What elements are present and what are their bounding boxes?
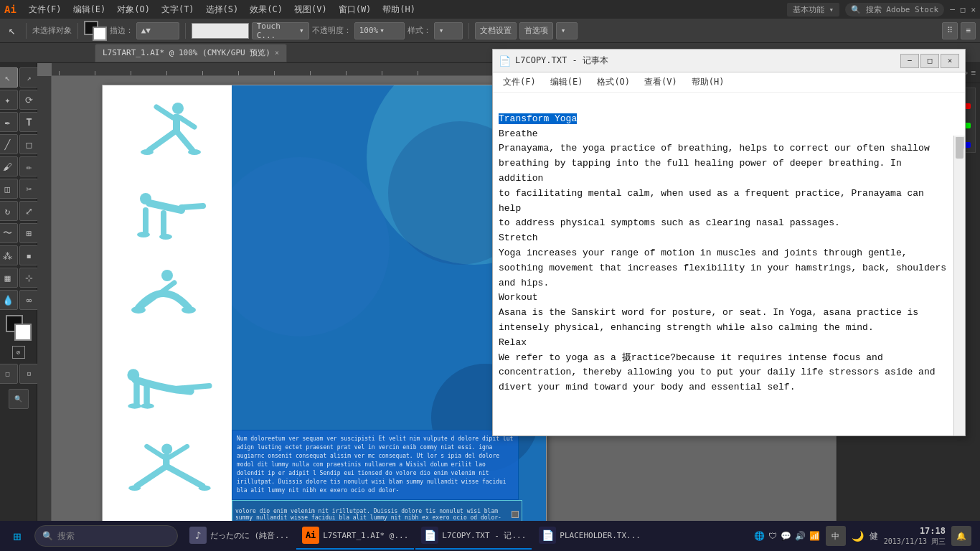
free-transform-tool[interactable]: ⊞ [19,223,39,243]
tray-ime-badge[interactable]: 中 [826,526,846,546]
notepad-close-btn[interactable]: × [941,54,959,68]
np-menu-format[interactable]: 格式(O) [591,74,636,90]
rotate-tool[interactable]: ↻ [0,201,18,221]
doc-settings-btn[interactable]: 文档设置 [475,22,517,39]
paintbrush-tool[interactable]: 🖌 [0,156,18,176]
svg-point-13 [137,232,150,237]
music-app-icon: ♪ [189,527,207,544]
menu-file[interactable]: 文件(F) [24,2,67,17]
taskbar-app-music[interactable]: ♪ だったのに (純音... [184,522,295,550]
taskbar-search-box[interactable]: 🔍 搜索 [34,525,178,547]
pencil-tool[interactable]: ✏ [19,156,39,176]
selection-arrow-icon: ↖ [4,22,20,39]
taskbar-app-placeholder[interactable]: 📄 PLACEHOLDER.TX... [533,522,646,550]
panels-menu[interactable]: ≡ [971,68,976,77]
extra-btn[interactable]: ≡ [961,22,976,39]
menu-window[interactable]: 窗口(W) [334,2,377,17]
none-swatch[interactable]: ⊘ [12,346,25,359]
direct-select-tool[interactable]: ↗ [19,67,39,88]
blend-tool[interactable]: ∞ [19,290,39,310]
artboard-tool[interactable]: ⊡ [19,364,39,384]
notepad-text-area[interactable]: Transform Yoga Breathe Pranayama, the yo… [493,93,953,435]
gradient-tool[interactable]: ▦ [0,268,18,288]
type-tool[interactable]: T [19,112,39,132]
window-minimize-btn[interactable]: ─ [950,5,955,14]
scissors-tool[interactable]: ✂ [19,179,39,199]
scale-tool[interactable]: ⤢ [19,201,39,221]
menu-type[interactable]: 文字(T) [156,2,199,17]
tray-chat-icon[interactable]: 💬 [781,531,791,541]
np-menu-help[interactable]: 帮助(H) [686,74,730,90]
menu-effect[interactable]: 效果(C) [245,2,288,17]
svg-line-2 [156,107,173,118]
style-selector[interactable]: ▾ [434,22,463,39]
taskbar-app-notepad[interactable]: 📄 L7COPY.TXT - 记... [415,522,532,550]
preferences-btn[interactable]: 首选项 [519,22,553,39]
select-tool[interactable]: ↖ [0,67,18,88]
doc-tab-close[interactable]: × [275,49,279,57]
svg-line-20 [177,386,209,389]
action-btn[interactable]: ▾ [556,22,578,39]
magic-wand-tool[interactable]: ✦ [0,90,18,110]
color-picker-field[interactable] [192,23,249,39]
tray-moon-icon: 🌙 [852,530,864,542]
notepad-minimize-btn[interactable]: − [900,54,919,68]
menu-select[interactable]: 选择(S) [201,2,244,17]
clock-date: 2013/11/13 周三 [884,537,946,546]
window-close-btn[interactable]: ✕ [971,5,976,14]
stroke-weight-input[interactable]: ▲▼ [136,22,179,39]
svg-point-14 [159,234,172,240]
eyedropper-tool[interactable]: 💧 [0,290,18,310]
notepad-restore-btn[interactable]: □ [920,54,939,68]
menu-object[interactable]: 对象(O) [112,2,155,17]
line-tool[interactable]: ╱ [0,134,18,154]
window-restore-btn[interactable]: □ [961,5,966,14]
np-menu-file[interactable]: 文件(F) [497,74,542,90]
warp-tool[interactable]: 〜 [0,223,18,243]
ai-app-icon: Ai [302,527,319,544]
scrollbar-thumb[interactable] [956,137,963,159]
start-button[interactable]: ⊞ [3,522,32,550]
svg-point-31 [128,486,141,491]
np-menu-edit[interactable]: 编辑(E) [545,74,589,90]
menu-edit[interactable]: 编辑(E) [68,2,111,17]
tray-wifi-icon[interactable]: 📶 [809,531,820,541]
notifications-badge[interactable]: 🔔 [951,526,971,546]
tray-network-icon[interactable]: 🌐 [754,531,765,541]
background-color[interactable] [14,324,32,341]
eraser-tool[interactable]: ◫ [0,179,18,199]
taskbar-app-illustrator[interactable]: Ai L7START_1.AI* @... [296,522,414,550]
handle-box[interactable] [512,511,519,518]
notepad-app-icon: 📄 [421,527,438,544]
fill-color-selector[interactable] [84,21,107,41]
workspace-label[interactable]: 基本功能 ▾ [787,3,839,17]
menu-view[interactable]: 视图(V) [289,2,332,17]
search-stock-btn[interactable]: 🔍 搜索 Adobe Stock [845,3,944,17]
style-label: 样式： [407,25,431,36]
color-swatch-pair[interactable] [6,315,32,341]
symbol-spray-tool[interactable]: ⁂ [0,245,18,265]
pen-tool[interactable]: ✒ [0,112,18,132]
normal-mode-btn[interactable]: □ [0,364,18,384]
svg-point-17 [131,306,146,314]
menu-help[interactable]: 帮助(H) [377,2,420,17]
artboard[interactable]: Num doloreetum ver sequam ver suscipisti… [102,85,547,529]
tray-volume-icon[interactable]: 🔊 [795,531,806,541]
column-chart-tool[interactable]: ▪ [19,245,39,265]
notepad-app-icon: 📄 [499,55,511,67]
clock-display[interactable]: 17:18 2013/11/13 周三 [884,526,946,547]
ruler-left [37,76,52,529]
touch-dropdown[interactable]: Touch C... ▾ [252,22,309,39]
arrange-icons[interactable]: ⠿ [942,22,958,39]
opacity-input[interactable]: 100% ▾ [354,22,405,39]
shape-tool[interactable]: □ [19,134,39,154]
tray-antivirus-icon[interactable]: 🛡 [768,531,777,541]
document-tab[interactable]: L7START_1.AI* @ 100% (CMYK/GPU 预览) × [95,44,287,62]
ime-label: 中 [831,531,839,542]
np-menu-view[interactable]: 查看(V) [639,74,683,90]
notepad-scrollbar[interactable]: ▲ ▼ [953,136,965,435]
zoom-screen-btn[interactable]: 🔍 [9,389,29,409]
mesh-tool[interactable]: ⊹ [19,268,39,288]
svg-line-5 [177,132,192,150]
lasso-tool[interactable]: ⟳ [19,90,39,110]
